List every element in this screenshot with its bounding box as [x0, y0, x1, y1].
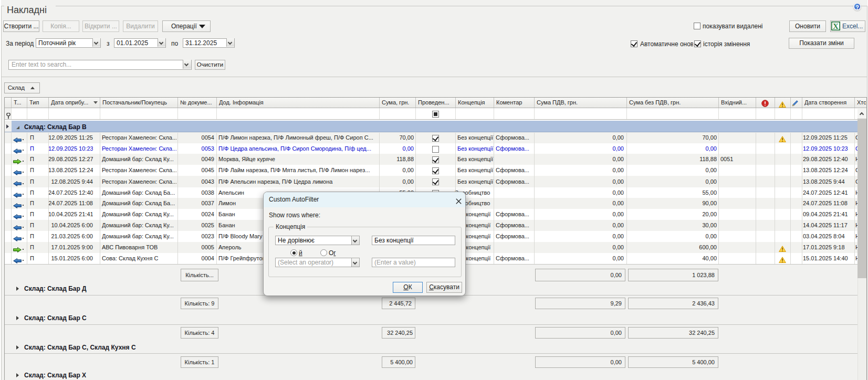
svg-text:X: X: [833, 22, 839, 30]
